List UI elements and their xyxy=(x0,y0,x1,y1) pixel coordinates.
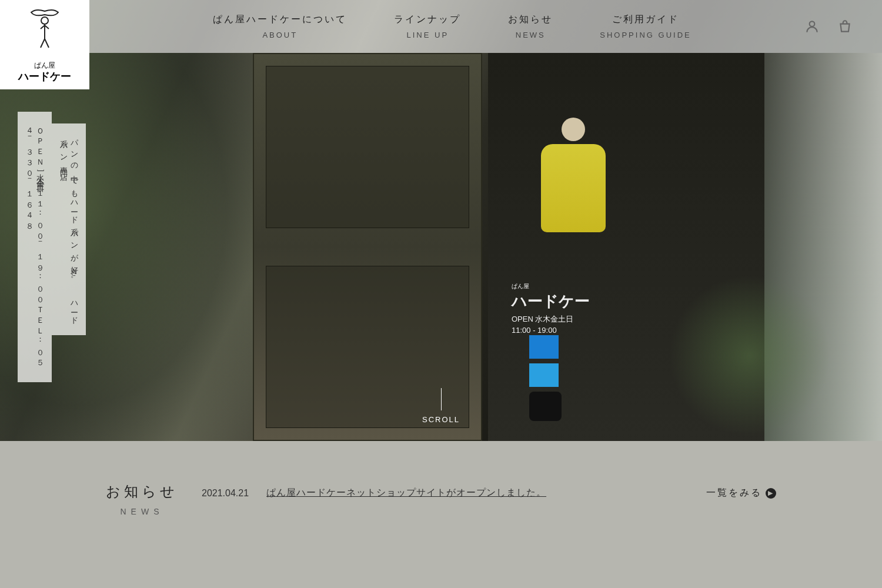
nav-label-en: SHOPPING GUIDE xyxy=(600,31,691,39)
svg-point-0 xyxy=(41,17,48,24)
logo-main-text: ハードケー xyxy=(18,69,71,83)
nav-guide[interactable]: ご利用ガイド SHOPPING GUIDE xyxy=(600,14,691,39)
news-heading-jp: お知らせ xyxy=(106,482,178,501)
store-sign-open: OPEN 水木金土日 xyxy=(512,314,590,325)
nav-label-jp: ラインナップ xyxy=(394,14,461,26)
account-icon[interactable] xyxy=(804,19,820,34)
news-section: お知らせ NEWS 2021.04.21 ぱん屋ハードケーネットショップサイトが… xyxy=(0,441,882,588)
store-sign-main: ハードケー xyxy=(512,290,590,312)
news-more-link[interactable]: 一覧をみる ▶ xyxy=(706,487,776,499)
nav-label-jp: ぱん屋ハードケーについて xyxy=(213,14,347,26)
news-heading: お知らせ NEWS xyxy=(106,482,178,516)
scroll-line-icon xyxy=(441,388,442,410)
side-info-hours: ＯＰＥＮ［水木金土日］１１：００－１９：００ＴＥＬ：０５４－３３０－１６４８ xyxy=(18,112,52,382)
news-more-label: 一覧をみる xyxy=(706,487,762,499)
site-header: ぱん屋ハードケーについて ABOUT ラインナップ LINE UP お知らせ N… xyxy=(0,0,882,53)
nav-news[interactable]: お知らせ NEWS xyxy=(508,14,553,39)
arrow-right-circle-icon: ▶ xyxy=(766,488,776,499)
news-item: 2021.04.21 ぱん屋ハードケーネットショップサイトがオープンしました。 xyxy=(202,487,683,499)
nav-label-en: LINE UP xyxy=(394,31,461,39)
hero-mannequin xyxy=(535,118,612,270)
scroll-label: SCROLL xyxy=(422,415,460,424)
logo-figure-icon xyxy=(24,6,65,59)
svg-point-1 xyxy=(810,21,815,26)
news-date: 2021.04.21 xyxy=(202,488,249,499)
store-sign-hours: 11:00 - 19:00 xyxy=(512,325,590,336)
primary-nav: ぱん屋ハードケーについて ABOUT ラインナップ LINE UP お知らせ N… xyxy=(100,14,804,39)
cart-icon[interactable] xyxy=(837,19,853,34)
store-sign-sub: ぱん屋 xyxy=(512,282,590,290)
news-heading-en: NEWS xyxy=(106,507,178,516)
storefront-sign: ぱん屋 ハードケー OPEN 水木金土日 11:00 - 19:00 xyxy=(512,282,590,336)
scroll-indicator[interactable]: SCROLL xyxy=(422,388,460,424)
side-info-tagline: パンの中でもハード系パンが好き。 ハード系パン専門店 xyxy=(52,123,86,335)
window-stickers xyxy=(529,335,562,421)
nav-label-en: ABOUT xyxy=(213,31,347,39)
hero-curtain xyxy=(764,53,882,441)
hero-door xyxy=(253,53,482,441)
news-title-link[interactable]: ぱん屋ハードケーネットショップサイトがオープンしました。 xyxy=(266,487,546,499)
nav-label-en: NEWS xyxy=(508,31,553,39)
nav-about[interactable]: ぱん屋ハードケーについて ABOUT xyxy=(213,14,347,39)
hero-section: ぱん屋 ハードケー OPEN 水木金土日 11:00 - 19:00 xyxy=(0,0,882,441)
nav-label-jp: お知らせ xyxy=(508,14,553,26)
nav-lineup[interactable]: ラインナップ LINE UP xyxy=(394,14,461,39)
header-icons xyxy=(804,19,853,34)
site-logo[interactable]: ぱん屋 ハードケー xyxy=(0,0,89,89)
nav-label-jp: ご利用ガイド xyxy=(600,14,691,26)
